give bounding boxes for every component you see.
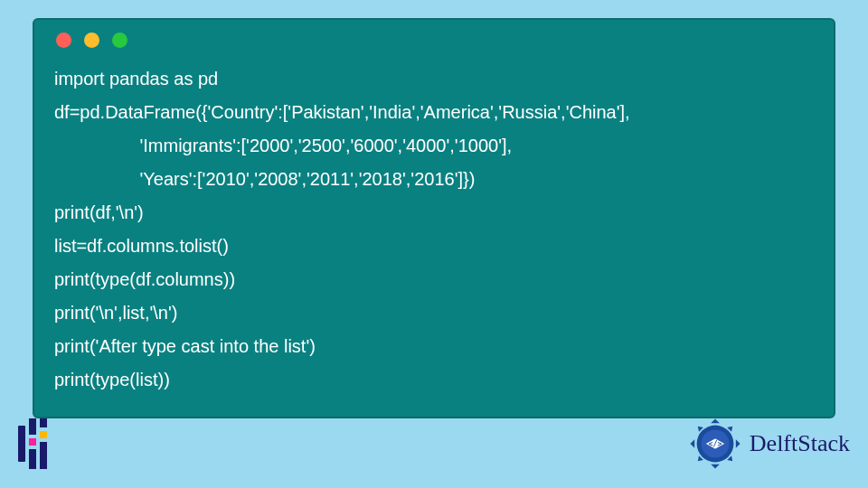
code-card: import pandas as pd df=pd.DataFrame({'Co… [33,18,835,418]
footer-bar: </> DelftStack [0,409,868,477]
svg-marker-1 [711,464,720,468]
code-block: import pandas as pd df=pd.DataFrame({'Co… [54,62,814,397]
left-logo-icon [18,418,47,470]
close-icon [56,33,71,48]
maximize-icon [112,33,127,48]
svg-marker-0 [711,418,720,423]
window-traffic-lights [54,33,814,48]
brand-name: DelftStack [750,430,850,457]
minimize-icon [84,33,99,48]
svg-marker-2 [690,439,694,448]
svg-marker-3 [736,439,741,448]
brand-logo: </> DelftStack [688,417,850,471]
gear-seal-icon: </> [688,417,742,471]
svg-text:</>: </> [708,439,722,448]
